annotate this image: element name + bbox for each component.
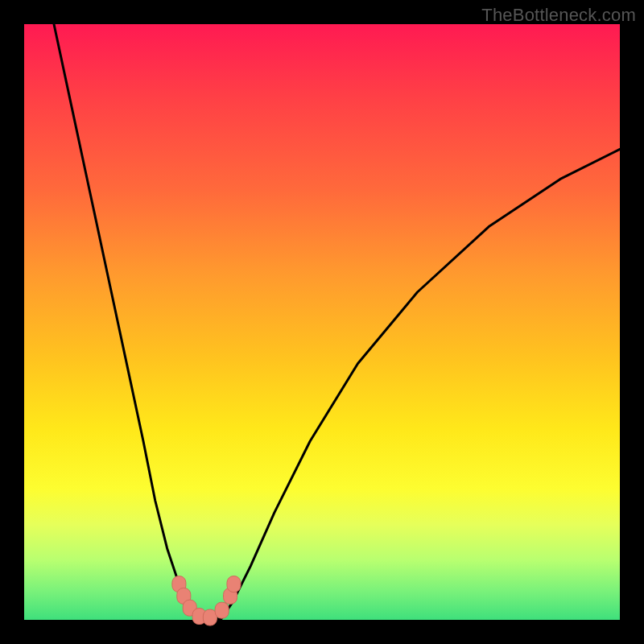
marker-cluster — [172, 576, 241, 625]
curve-layer — [24, 24, 620, 620]
marker-bead-7 — [227, 576, 241, 592]
marker-bead-5 — [215, 602, 229, 618]
plot-area — [24, 24, 620, 620]
watermark-text: TheBottleneck.com — [481, 5, 636, 26]
bottleneck-curve — [54, 24, 620, 620]
chart-frame: TheBottleneck.com — [0, 0, 644, 644]
curve-path — [54, 24, 620, 620]
